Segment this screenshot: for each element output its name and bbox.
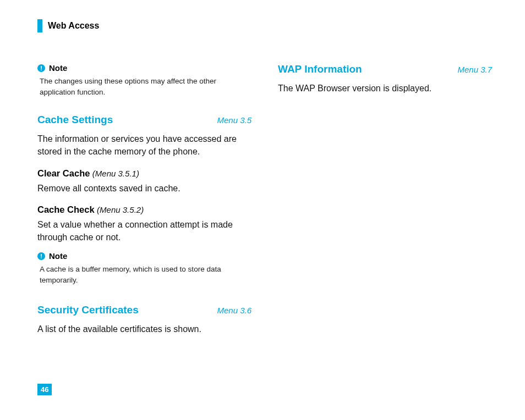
- note-block-2: ! Note A cache is a buffer memory, which…: [37, 251, 251, 285]
- note-head-2: ! Note: [37, 251, 251, 261]
- chapter-title: Web Access: [48, 21, 99, 31]
- clear-cache-text: Remove all contexts saved in cache.: [37, 182, 251, 195]
- section-wap-row: WAP Information Menu 3.7: [278, 63, 492, 75]
- page-number: 46: [37, 384, 52, 395]
- menu-ref-3-6: Menu 3.6: [217, 306, 251, 315]
- note-block-1: ! Note The changes using these options m…: [37, 63, 251, 97]
- note-text: The changes using these options may affe…: [37, 76, 251, 97]
- chapter-accent-bar: [37, 19, 42, 32]
- note-icon: !: [37, 252, 45, 260]
- note-icon: !: [37, 64, 45, 72]
- security-text: A list of the available certificates is …: [37, 323, 251, 335]
- subhead-cache-check: Cache Check (Menu 3.5.2): [37, 205, 251, 215]
- menu-ref-3-7: Menu 3.7: [457, 65, 492, 74]
- manual-page: Web Access ! Note The changes using thes…: [0, 0, 525, 340]
- section-cache-settings-row: Cache Settings Menu 3.5: [37, 114, 251, 126]
- note-label-2: Note: [49, 251, 67, 261]
- note-text-2: A cache is a buffer memory, which is use…: [37, 264, 251, 285]
- section-title-wap: WAP Information: [278, 63, 362, 75]
- note-label: Note: [49, 63, 67, 73]
- cache-settings-intro: The information or services you have acc…: [37, 132, 251, 158]
- two-column-layout: ! Note The changes using these options m…: [37, 63, 492, 340]
- sub-title-cache-check: Cache Check: [37, 205, 95, 214]
- sub-menu-3-5-1: (Menu 3.5.1): [92, 169, 139, 178]
- left-column: ! Note The changes using these options m…: [37, 63, 251, 340]
- menu-ref-3-5: Menu 3.5: [217, 115, 251, 125]
- wap-text: The WAP Browser version is displayed.: [278, 82, 492, 95]
- sub-title-clear-cache: Clear Cache: [37, 168, 90, 178]
- chapter-header: Web Access: [37, 19, 492, 32]
- right-column: WAP Information Menu 3.7 The WAP Browser…: [278, 63, 492, 340]
- sub-menu-3-5-2: (Menu 3.5.2): [97, 205, 144, 214]
- cache-check-text: Set a value whether a connection attempt…: [37, 218, 251, 244]
- section-security-row: Security Certificates Menu 3.6: [37, 304, 251, 316]
- note-head: ! Note: [37, 63, 251, 73]
- section-title-cache-settings: Cache Settings: [37, 114, 113, 126]
- subhead-clear-cache: Clear Cache (Menu 3.5.1): [37, 168, 251, 179]
- section-title-security: Security Certificates: [37, 304, 139, 316]
